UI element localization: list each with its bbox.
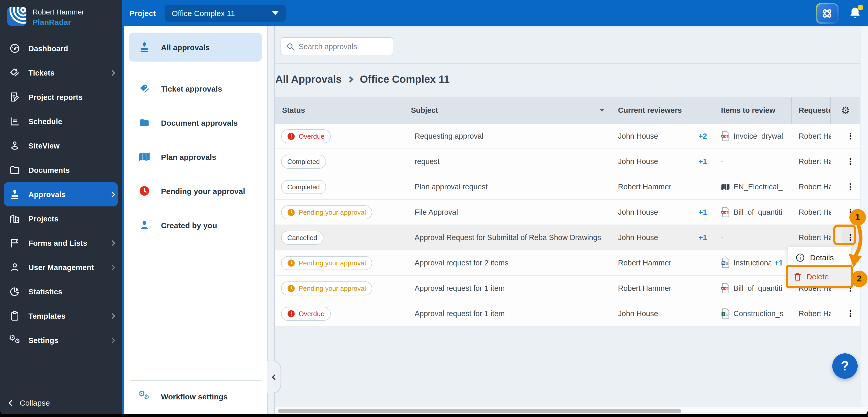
sidebar-item-approvals[interactable]: Approvals [4,182,118,206]
chevron-right-icon [110,264,116,270]
clock-icon [138,185,151,197]
sidebar-item-statistics[interactable]: Statistics [0,279,122,304]
project-reports-icon [9,91,20,103]
column-header-current-reviewers[interactable]: Current reviewers [611,97,714,124]
sidebar-item-user-management[interactable]: User Management [0,255,122,279]
requester-cell: Robert Ha [792,174,831,199]
more-reviewers-link[interactable]: +2 [699,132,714,140]
column-header-requester[interactable]: Requester [792,97,831,124]
more-reviewers-link[interactable]: +1 [699,157,714,166]
status-badge-pending: Pending your approval [281,256,372,270]
notifications-bell-icon[interactable] [848,6,862,21]
menu-item-details[interactable]: Details [788,247,851,267]
project-label: Project [129,9,156,18]
subject-cell: Requesting approval [404,124,611,149]
menu-item-delete[interactable]: Delete [786,265,853,288]
project-select[interactable]: Office Complex 11 [164,5,286,22]
requester-cell: Robert Ha [792,149,831,174]
status-badge-overdue: Overdue [281,129,331,143]
chevron-left-icon [272,374,278,380]
sidebar-item-settings[interactable]: ⚙⚙ Settings [0,328,122,352]
filter-pending-your-approval[interactable]: Pending your approval [124,174,267,208]
row-menu-button[interactable]: ⋮ [842,153,859,170]
map-icon [138,151,151,163]
documents-icon [9,164,20,175]
word-file-icon: W [721,258,730,268]
sidebar-item-projects[interactable]: Projects [0,206,122,231]
items-cell: - [714,225,792,250]
filter-document-approvals[interactable]: Document approvals [124,105,267,140]
filter-all-approvals[interactable]: All approvals [129,33,262,62]
brand-name: PlanRadar [33,18,84,26]
table-row[interactable]: Completed request John House+1 - Robert … [275,149,860,174]
subject-cell: Approval Request for Submittal of Reba S… [404,225,611,250]
approvals-table: Status Subject Current reviewers Items t… [275,97,860,326]
items-cell: PDFBill_of_quantiti... [714,200,792,225]
search-box[interactable] [281,37,393,55]
gear-icon: ⚙ [841,104,850,116]
approvals-stamp-icon [9,189,20,200]
column-settings-button[interactable]: ⚙ [831,97,860,124]
row-menu-button[interactable]: ⋮ [842,178,859,196]
main-content: All Approvals Office Complex 11 Status S… [275,26,868,414]
status-badge-completed: Completed [281,154,326,168]
filter-ticket-approvals[interactable]: Ticket approvals [124,71,267,105]
panel-gutter [267,26,275,414]
user-name: Robert Hammer [33,7,84,16]
approvals-sidebar: All approvals Ticket approvals Document … [122,26,267,414]
sidebar-item-siteview[interactable]: SiteView [0,133,122,158]
table-row[interactable]: Overdue Approval request for 1 item John… [275,301,860,326]
search-input[interactable] [299,42,388,51]
more-reviewers-link[interactable]: +1 [699,233,714,242]
horizontal-scrollbar[interactable] [275,407,868,414]
trash-icon [794,272,802,281]
subject-cell: Approval request for 2 items [404,250,611,275]
reviewers-cell: John House+1 [611,149,714,174]
column-header-subject[interactable]: Subject [404,97,611,124]
table-row[interactable]: Pending your approval Approval request f… [275,276,860,301]
breadcrumb-root[interactable]: All Approvals [275,73,342,85]
table-row[interactable]: Cancelled Approval Request for Submittal… [275,225,860,250]
table-row[interactable]: Pending your approval File Approval John… [275,200,860,225]
collapse-sidebar-button[interactable]: Collapse [9,398,50,407]
svg-text:PDF: PDF [722,135,727,138]
table-row[interactable]: Completed Plan approval request Robert H… [275,174,860,200]
sidebar-item-forms-and-lists[interactable]: Forms and Lists [0,231,122,255]
column-header-items-to-review[interactable]: Items to review [714,97,792,124]
sidebar-item-templates[interactable]: Templates [0,304,122,328]
top-bar: Project Office Complex 11 [122,0,868,26]
pdf-file-icon: PDF [721,283,730,293]
planradar-connect-icon[interactable] [816,3,838,24]
pdf-file-icon: PDF [721,131,730,141]
sidebar-item-tickets[interactable]: Tickets [0,61,122,85]
sidebar-item-dashboard[interactable]: Dashboard [0,36,122,61]
collapse-panel-handle[interactable] [267,361,281,393]
horizontal-scrollbar-thumb[interactable] [278,409,681,413]
status-badge-completed: Completed [281,180,326,194]
sidebar-item-project-reports[interactable]: Project reports [0,85,122,109]
workflow-settings-button[interactable]: ⚙⚙ Workflow settings [124,390,267,403]
sidebar-item-schedule[interactable]: Schedule [0,109,122,133]
clock-icon [287,259,295,267]
dashboard-icon [9,43,20,54]
table-row[interactable]: Pending your approval Approval request f… [275,250,860,276]
more-reviewers-link[interactable]: +1 [699,208,714,216]
annotation-step-1: 1 [849,209,866,226]
tickets-icon [9,67,20,78]
filter-created-by-you[interactable]: Created by you [124,208,267,242]
help-button[interactable]: ? [832,353,858,379]
column-header-status[interactable]: Status [275,97,404,124]
chevron-right-icon [110,240,116,246]
sort-caret-icon [599,109,604,112]
row-menu-button[interactable]: ⋮ [842,127,859,145]
user-icon [9,261,20,273]
row-menu-button[interactable]: ⋮ [842,305,859,322]
table-row[interactable]: Overdue Requesting approval John House+2… [275,124,860,149]
filter-plan-approvals[interactable]: Plan approvals [124,140,267,174]
chevron-right-icon [347,76,353,82]
clock-icon [287,208,295,216]
sidebar-item-documents[interactable]: Documents [0,158,122,182]
siteview-icon [9,140,20,151]
more-items-link[interactable]: +1 [774,259,785,267]
flag-icon [9,237,20,249]
